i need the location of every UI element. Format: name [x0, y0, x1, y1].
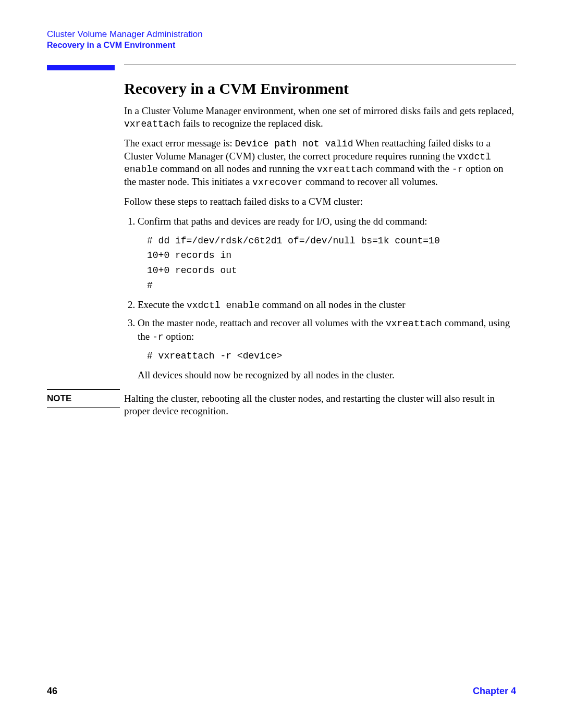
- intro-paragraph-1: In a Cluster Volume Manager environment,…: [124, 105, 516, 130]
- code-inline: vxdctl enable: [187, 300, 260, 311]
- page: Cluster Volume Manager Administration Re…: [0, 0, 563, 728]
- horizontal-rule: [124, 65, 516, 65]
- note-label-column: NOTE: [47, 389, 124, 408]
- step-1: Confirm that paths and devices are ready…: [138, 215, 516, 293]
- page-footer: 46 Chapter 4: [47, 686, 516, 697]
- code-block: # vxreattach -r <device>: [147, 349, 516, 364]
- text: command on all nodes in the cluster: [260, 299, 405, 310]
- step-text: Confirm that paths and devices are ready…: [138, 216, 427, 227]
- text: command on all nodes and running the: [158, 163, 317, 174]
- header-section-title: Recovery in a CVM Environment: [47, 41, 516, 50]
- step-followup: All devices should now be recognized by …: [138, 369, 516, 382]
- page-number: 46: [47, 686, 57, 697]
- note-block: NOTE Halting the cluster, rebooting all …: [124, 389, 516, 418]
- note-text: Halting the cluster, rebooting all the c…: [124, 389, 516, 418]
- text: fails to recognize the replaced disk.: [180, 118, 323, 129]
- code-inline: -r: [152, 332, 164, 342]
- code-block: # dd if=/dev/rdsk/c6t2d1 of=/dev/null bs…: [147, 233, 516, 293]
- step-2: Execute the vxdctl enable command on all…: [138, 299, 516, 312]
- section-marker-bar: [47, 65, 115, 70]
- code-inline: Device path not valid: [235, 139, 353, 149]
- text: option:: [164, 331, 194, 342]
- text: In a Cluster Volume Manager environment,…: [124, 105, 514, 116]
- chapter-reference: Chapter 4: [473, 686, 516, 697]
- text: The exact error message is:: [124, 138, 235, 149]
- note-label: NOTE: [47, 390, 124, 407]
- code-inline: vxrecover: [252, 177, 303, 188]
- text: On the master node, reattach and recover…: [138, 317, 386, 328]
- code-inline: vxreattach: [386, 318, 442, 329]
- note-rule-bottom: [47, 407, 120, 408]
- code-inline: vxreattach: [317, 164, 373, 175]
- text: Execute the: [138, 299, 187, 310]
- steps-list: Confirm that paths and devices are ready…: [124, 215, 516, 382]
- code-inline: -r: [452, 164, 463, 175]
- content-column: Recovery in a CVM Environment In a Clust…: [124, 65, 516, 418]
- step-3: On the master node, reattach and recover…: [138, 317, 516, 381]
- instruction-lead: Follow these steps to reattach failed di…: [124, 195, 516, 208]
- section-heading: Recovery in a CVM Environment: [124, 80, 516, 97]
- intro-paragraph-2: The exact error message is: Device path …: [124, 137, 516, 188]
- text: command to recover all volumes.: [303, 176, 438, 187]
- body-text: In a Cluster Volume Manager environment,…: [124, 105, 516, 418]
- code-inline: vxreattach: [124, 119, 180, 129]
- running-header: Cluster Volume Manager Administration Re…: [47, 29, 516, 50]
- header-chapter-title: Cluster Volume Manager Administration: [47, 29, 516, 40]
- text: command with the: [373, 163, 452, 174]
